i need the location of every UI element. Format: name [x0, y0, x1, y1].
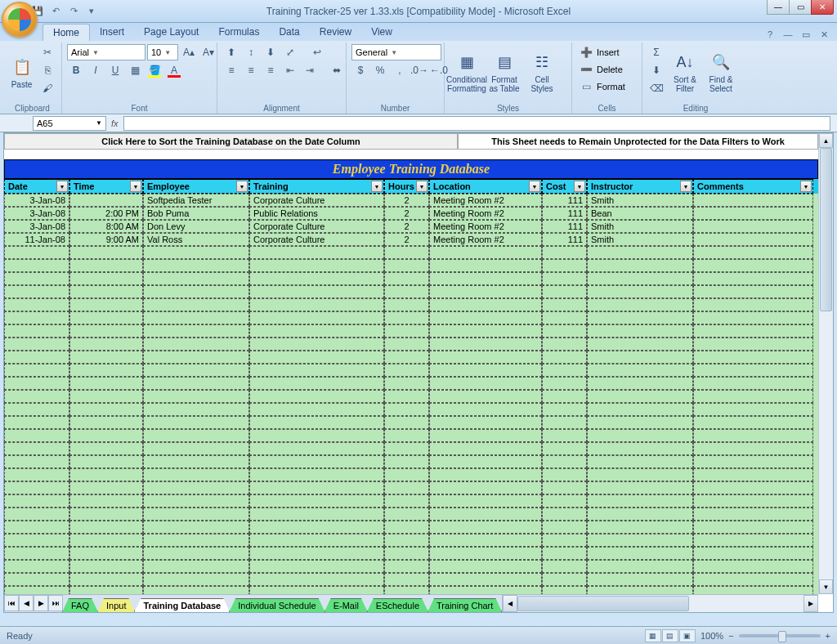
vscroll-thumb[interactable] [820, 148, 832, 311]
cell[interactable] [249, 324, 384, 338]
sheet-tab-e-mail[interactable]: E-Mail [325, 598, 368, 612]
cell[interactable] [542, 338, 587, 351]
cell[interactable] [542, 377, 587, 390]
cell[interactable] [542, 534, 587, 547]
cell[interactable] [429, 573, 542, 586]
column-header-instructor[interactable]: Instructor▼ [587, 179, 693, 194]
cut-icon[interactable]: ✂ [38, 44, 56, 60]
cell[interactable] [693, 481, 813, 494]
table-row[interactable] [4, 377, 818, 390]
cell[interactable] [384, 338, 429, 351]
maximize-button[interactable]: ▭ [789, 0, 812, 15]
cell[interactable] [143, 560, 249, 573]
filter-button-employee[interactable]: ▼ [236, 181, 248, 192]
cell[interactable] [693, 586, 813, 594]
cell[interactable] [4, 351, 69, 364]
cell[interactable] [693, 194, 813, 207]
cell[interactable] [69, 521, 143, 534]
cell[interactable] [384, 246, 429, 259]
decrease-indent-icon[interactable]: ⇤ [281, 62, 299, 78]
cell[interactable]: Smith [587, 194, 693, 207]
cell[interactable] [384, 364, 429, 377]
cell[interactable] [542, 547, 587, 560]
cell[interactable] [4, 298, 69, 311]
cell[interactable] [542, 285, 587, 298]
cell-styles-button[interactable]: ☷Cell Styles [525, 44, 559, 98]
filter-button-time[interactable]: ▼ [130, 181, 141, 192]
cell[interactable] [143, 285, 249, 298]
table-row[interactable] [4, 586, 818, 594]
cell[interactable] [69, 324, 143, 338]
shrink-font-icon[interactable]: A▾ [199, 44, 217, 60]
cell[interactable] [542, 494, 587, 508]
cell[interactable] [249, 534, 384, 547]
conditional-formatting-button[interactable]: ▦Conditional Formatting [450, 44, 484, 98]
cell[interactable] [4, 285, 69, 298]
align-left-icon[interactable]: ≡ [222, 62, 240, 78]
cell[interactable] [143, 508, 249, 521]
cell[interactable] [249, 351, 384, 364]
cell[interactable]: Val Ross [143, 233, 249, 246]
cell[interactable]: Softpedia Tester [143, 194, 249, 207]
font-name-combo[interactable]: Arial▼ [67, 44, 145, 60]
cell[interactable] [587, 298, 693, 311]
prev-tab-icon[interactable]: ◀ [19, 595, 34, 611]
scroll-up-icon[interactable]: ▲ [819, 133, 833, 148]
cell[interactable] [69, 285, 143, 298]
cell[interactable] [542, 586, 587, 594]
cell[interactable] [249, 259, 384, 272]
cell[interactable] [542, 364, 587, 377]
cell[interactable] [143, 521, 249, 534]
cell[interactable] [4, 455, 69, 468]
cell[interactable] [249, 390, 384, 403]
fx-icon[interactable]: fx [111, 119, 119, 128]
cell[interactable]: Smith [587, 233, 693, 246]
copy-icon[interactable]: ⎘ [38, 62, 56, 78]
format-painter-icon[interactable]: 🖌 [38, 80, 56, 96]
zoom-out-icon[interactable]: − [728, 631, 733, 641]
cell[interactable]: Public Relations [249, 207, 384, 220]
cell[interactable] [143, 272, 249, 285]
cell[interactable] [542, 272, 587, 285]
cell[interactable] [69, 338, 143, 351]
italic-button[interactable]: I [87, 62, 105, 78]
close-button[interactable]: ✕ [811, 0, 834, 15]
table-row[interactable] [4, 298, 818, 311]
cell[interactable]: 111 [542, 220, 587, 233]
cell[interactable] [143, 364, 249, 377]
cell[interactable] [587, 324, 693, 338]
cell[interactable] [69, 560, 143, 573]
cell[interactable] [249, 364, 384, 377]
cell[interactable] [69, 311, 143, 324]
cell[interactable] [143, 468, 249, 481]
cell[interactable] [429, 521, 542, 534]
cell[interactable] [249, 338, 384, 351]
cell[interactable] [384, 311, 429, 324]
column-header-date[interactable]: Date▼ [4, 179, 69, 194]
cell[interactable] [4, 246, 69, 259]
cell[interactable]: 2 [384, 194, 429, 207]
normal-view-icon[interactable]: ▦ [645, 629, 661, 642]
cell[interactable] [542, 521, 587, 534]
column-header-comments[interactable]: Comments▼ [693, 179, 813, 194]
cell[interactable] [384, 298, 429, 311]
ribbon-tab-review[interactable]: Review [310, 24, 361, 41]
table-row[interactable]: 11-Jan-089:00 AMVal RossCorporate Cultur… [4, 233, 818, 246]
cell[interactable] [384, 390, 429, 403]
cell[interactable] [143, 311, 249, 324]
cell[interactable] [587, 377, 693, 390]
cell[interactable] [542, 560, 587, 573]
cell[interactable]: 11-Jan-08 [4, 233, 69, 246]
cell[interactable] [4, 573, 69, 586]
cell[interactable] [587, 508, 693, 521]
cell[interactable] [384, 573, 429, 586]
cell[interactable] [69, 416, 143, 429]
column-header-time[interactable]: Time▼ [69, 179, 143, 194]
sheet-tab-faq[interactable]: FAQ [62, 598, 98, 612]
ribbon-tab-insert[interactable]: Insert [90, 24, 134, 41]
cell[interactable] [587, 547, 693, 560]
cell[interactable] [384, 442, 429, 455]
filter-button-date[interactable]: ▼ [56, 181, 68, 192]
cell[interactable] [587, 285, 693, 298]
cell[interactable]: 8:00 AM [69, 220, 143, 233]
